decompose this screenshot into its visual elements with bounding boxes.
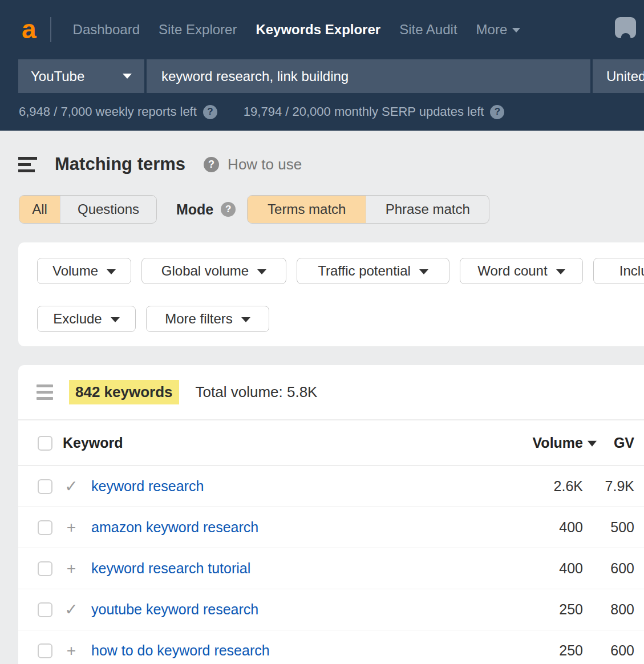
help-icon[interactable]: ? (490, 105, 504, 119)
caret-down-icon (556, 269, 565, 274)
keyword-link[interactable]: youtube keyword research (91, 601, 532, 618)
row-checkbox[interactable] (38, 643, 52, 658)
keyword-link[interactable]: keyword research tutorial (91, 560, 532, 577)
caret-down-icon (257, 269, 266, 274)
column-header-volume[interactable]: Volume (532, 435, 583, 451)
check-icon[interactable]: ✓ (64, 479, 79, 495)
keywords-search-input[interactable] (147, 59, 590, 93)
nav-item-site-explorer[interactable]: Site Explorer (159, 22, 237, 38)
gv-value: 600 (583, 560, 634, 577)
account-avatar-icon[interactable] (615, 17, 636, 38)
plus-icon[interactable]: + (64, 561, 79, 577)
list-options-icon[interactable] (37, 384, 53, 400)
gv-value: 600 (583, 642, 634, 659)
column-header-keyword: Keyword (63, 435, 532, 451)
keyword-count-badge: 842 keywords (69, 380, 179, 404)
keyword-link[interactable]: how to do keyword research (91, 642, 532, 659)
plus-icon[interactable]: + (64, 643, 79, 659)
keyword-link[interactable]: amazon keyword research (91, 519, 532, 536)
nav-divider (50, 17, 51, 42)
more-filters-button[interactable]: More filters (146, 306, 269, 332)
traffic-potential-filter-label: Traffic potential (318, 263, 411, 279)
caret-down-icon (123, 74, 132, 79)
volume-value: 400 (532, 519, 583, 536)
mode-label: Mode (176, 201, 213, 218)
global-volume-filter-label: Global volume (161, 263, 249, 279)
tab-questions[interactable]: Questions (60, 196, 156, 223)
gv-value: 500 (583, 519, 634, 536)
volume-value: 250 (532, 642, 583, 659)
serp-updates-stat: 19,794 / 20,000 monthly SERP updates lef… (244, 104, 505, 119)
row-checkbox[interactable] (38, 561, 52, 576)
include-filter-label: Include (619, 263, 644, 279)
exclude-filter-button[interactable]: Exclude (37, 306, 136, 332)
caret-down-icon (107, 269, 116, 274)
volume-value: 2.6K (532, 478, 583, 495)
nav-item-more[interactable]: More (476, 22, 521, 38)
exclude-filter-label: Exclude (53, 311, 102, 327)
check-icon[interactable]: ✓ (64, 602, 79, 618)
filters-panel: Volume Global volume Traffic potential W… (18, 242, 644, 346)
volume-filter-label: Volume (52, 263, 98, 279)
table-header: Keyword Volume GV (18, 420, 644, 466)
filters-row-1: Volume Global volume Traffic potential W… (37, 258, 644, 284)
app-header: a Dashboard Site Explorer Keywords Explo… (0, 0, 644, 131)
filters-row-2: Exclude More filters (37, 306, 644, 332)
caret-down-icon (512, 28, 520, 33)
weekly-reports-stat: 6,948 / 7,000 weekly reports left ? (19, 104, 217, 119)
how-to-use-link[interactable]: How to use (228, 156, 302, 173)
include-filter-button[interactable]: Include (593, 258, 644, 284)
help-icon[interactable]: ? (204, 157, 219, 172)
tab-phrase-match[interactable]: Phrase match (366, 196, 489, 223)
scope-toggle-group: All Questions (19, 195, 157, 224)
gv-value: 7.9K (583, 478, 634, 495)
search-platform-value: YouTube (31, 68, 84, 84)
help-icon[interactable]: ? (221, 202, 236, 217)
select-all-checkbox[interactable] (38, 436, 52, 451)
mode-toggle-group: Terms match Phrase match (247, 195, 489, 224)
table-row: + keyword research tutorial 400 600 (18, 548, 644, 589)
nav-item-keywords-explorer[interactable]: Keywords Explorer (256, 22, 380, 38)
volume-value: 250 (532, 601, 583, 618)
page-title: Matching terms (55, 154, 185, 175)
nav-items: Dashboard Site Explorer Keywords Explore… (73, 22, 521, 38)
table-row: + amazon keyword research 400 500 (18, 507, 644, 548)
keyword-link[interactable]: keyword research (91, 478, 532, 495)
help-icon[interactable]: ? (203, 105, 217, 119)
tab-terms-match[interactable]: Terms match (248, 196, 366, 223)
usage-stats: 6,948 / 7,000 weekly reports left ? 19,7… (19, 93, 504, 131)
volume-value: 400 (532, 560, 583, 577)
more-filters-label: More filters (165, 311, 233, 327)
row-checkbox[interactable] (38, 479, 52, 494)
search-platform-select[interactable]: YouTube (18, 59, 144, 93)
table-row: + how to do keyword research 250 600 (18, 630, 644, 664)
row-checkbox[interactable] (38, 602, 52, 617)
search-bar: YouTube United (0, 59, 644, 93)
caret-down-icon (241, 317, 250, 322)
ahrefs-logo[interactable]: a (22, 18, 35, 41)
sort-desc-icon (588, 440, 597, 446)
results-toolbar: 842 keywords Total volume: 5.8K (18, 365, 644, 420)
traffic-potential-filter-button[interactable]: Traffic potential (297, 258, 449, 284)
nav-item-site-audit[interactable]: Site Audit (399, 22, 457, 38)
nav-item-more-label: More (476, 22, 508, 38)
page-heading: Matching terms ? How to use (18, 151, 644, 177)
country-select[interactable]: United (593, 59, 644, 93)
nav-item-dashboard[interactable]: Dashboard (73, 22, 140, 38)
reports-menu-icon[interactable] (18, 157, 37, 172)
country-value: United (606, 68, 644, 84)
word-count-filter-label: Word count (477, 263, 547, 279)
gv-value: 800 (583, 601, 634, 618)
results-panel: 842 keywords Total volume: 5.8K Keyword … (18, 365, 644, 664)
tab-all[interactable]: All (19, 196, 60, 223)
weekly-reports-text: 6,948 / 7,000 weekly reports left (19, 104, 197, 119)
global-volume-filter-button[interactable]: Global volume (141, 258, 286, 284)
plus-icon[interactable]: + (64, 520, 79, 536)
volume-filter-button[interactable]: Volume (37, 258, 131, 284)
word-count-filter-button[interactable]: Word count (460, 258, 583, 284)
serp-updates-text: 19,794 / 20,000 monthly SERP updates lef… (244, 104, 484, 119)
caret-down-icon (111, 317, 120, 322)
total-volume-text: Total volume: 5.8K (196, 383, 318, 401)
table-row: ✓ youtube keyword research 250 800 (18, 589, 644, 630)
row-checkbox[interactable] (38, 520, 52, 535)
